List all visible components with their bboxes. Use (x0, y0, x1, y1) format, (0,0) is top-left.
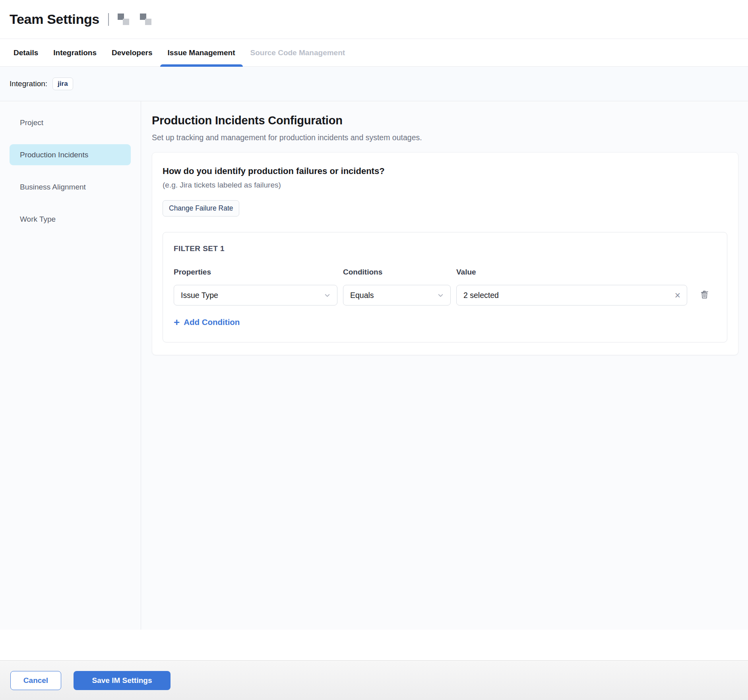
content-area: Project Production Incidents Business Al… (0, 101, 748, 630)
placeholder-image-icon (140, 14, 152, 25)
app-header: Team Settings (0, 0, 748, 39)
property-select-value: Issue Type (181, 291, 218, 300)
clear-selection-icon[interactable]: × (674, 290, 680, 300)
tab-source-code-management: Source Code Management (243, 39, 353, 66)
condition-select[interactable]: Equals (343, 285, 451, 306)
filter-set-panel: FILTER SET 1 Properties Conditions Value… (163, 232, 727, 342)
cancel-button[interactable]: Cancel (10, 671, 61, 690)
filter-set-title: FILTER SET 1 (174, 244, 716, 253)
tab-issue-management[interactable]: Issue Management (160, 39, 243, 66)
settings-tabbar: Details Integrations Developers Issue Ma… (0, 39, 748, 67)
column-header-properties: Properties (174, 268, 337, 277)
condition-select-value: Equals (350, 291, 374, 300)
trash-icon (699, 289, 710, 301)
tab-developers[interactable]: Developers (104, 39, 160, 66)
filter-column-headers: Properties Conditions Value (174, 268, 716, 277)
sidebar-item-business-alignment[interactable]: Business Alignment (10, 176, 131, 197)
filter-condition-row: Issue Type Equals 2 selected × (174, 285, 716, 306)
integration-badge: jira (52, 77, 73, 90)
incidents-config-card: How do you identify production failures … (152, 152, 738, 355)
sidebar-item-production-incidents[interactable]: Production Incidents (10, 144, 131, 165)
tab-integrations[interactable]: Integrations (46, 39, 104, 66)
integration-label: Integration: (10, 79, 47, 88)
column-header-value: Value (456, 268, 687, 277)
page-title: Team Settings (10, 12, 99, 27)
value-multiselect[interactable]: 2 selected × (456, 285, 687, 306)
sidebar-item-work-type[interactable]: Work Type (10, 209, 131, 230)
action-footer: Cancel Save IM Settings (0, 660, 748, 700)
chevron-down-icon (437, 292, 444, 299)
delete-condition-button[interactable] (699, 289, 710, 301)
title-divider (108, 13, 109, 26)
plus-icon: + (174, 317, 180, 327)
placeholder-image-icon (118, 14, 130, 25)
tab-details[interactable]: Details (6, 39, 46, 66)
sidebar-item-project[interactable]: Project (10, 112, 131, 133)
chevron-down-icon (324, 292, 331, 299)
save-im-settings-button[interactable]: Save IM Settings (74, 671, 171, 690)
section-title: Production Incidents Configuration (152, 114, 738, 127)
footer-spacer (0, 630, 748, 660)
value-selected-count: 2 selected (463, 291, 499, 300)
settings-sidebar: Project Production Incidents Business Al… (0, 101, 141, 630)
add-condition-label: Add Condition (184, 317, 240, 327)
property-select[interactable]: Issue Type (174, 285, 337, 306)
identify-question: How do you identify production failures … (163, 166, 727, 176)
integration-row: Integration: jira (0, 67, 748, 101)
section-subtitle: Set up tracking and management for produ… (152, 133, 738, 142)
identify-hint: (e.g. Jira tickets labeled as failures) (163, 181, 727, 190)
main-panel: Production Incidents Configuration Set u… (141, 101, 748, 630)
column-header-conditions: Conditions (343, 268, 451, 277)
add-condition-button[interactable]: + Add Condition (174, 317, 240, 327)
change-failure-rate-button[interactable]: Change Failure Rate (163, 200, 239, 217)
